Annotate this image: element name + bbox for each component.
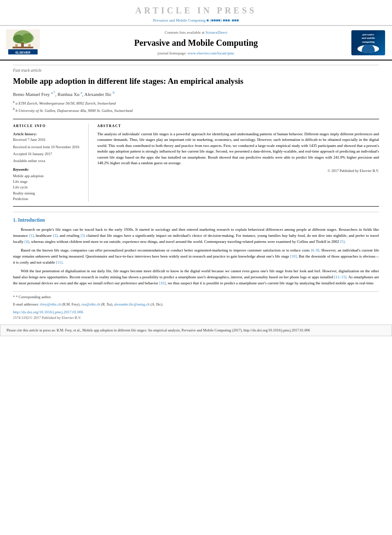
authors-line: Remo Manuel Frey a,*, Runhua Xu a, Alexa… [13,90,379,98]
svg-rect-5 [13,47,33,48]
author1-sup: a,* [51,91,55,95]
intro-paragraph-1: Research on people's life stages can be … [13,227,379,245]
email-link-1[interactable]: rfrey@ethz.ch [40,302,61,306]
article-info-column: ARTICLE INFO Article history: Received 7… [13,124,89,202]
journal-name: Pervasive and Mobile Computing [45,37,347,49]
keyword-3: Life cycle [13,185,83,190]
footnotes-section: * * Corresponding author. E-mail address… [13,291,379,306]
keyword-1: Mobile app adoption [13,173,83,178]
elsevier-logo-left: ELSEVIER [6,29,41,56]
affiliation-b: b b University of St. Gallen, Dufourstra… [13,107,379,114]
author3-sup: b [113,91,115,95]
info-abstract-section: ARTICLE INFO Article history: Received 7… [13,119,379,207]
keyword-2: Life stage [13,179,83,184]
keyword-4: Reality mining [13,191,83,196]
keywords-label: Keywords: [13,167,83,172]
affiliation-a: a a ETH Zurich, Weinbergstrasse 56/58, 8… [13,99,379,107]
journal-homepage: journal homepage: www.elsevier.com/locat… [45,51,347,56]
keyword-5: Prediction [13,196,83,201]
received-date: Received 7 June 2016 [13,137,83,142]
article-title: Mobile app adoption in different life st… [13,76,379,87]
citation-bar: Please cite this article in press as: R.… [0,325,392,336]
doi-line: http://dx.doi.org/10.1016/j.pmcj.2017.01… [13,309,379,315]
email-link-3[interactable]: alexander.ilic@unisg.ch [114,302,150,306]
abstract-heading: ABSTRACT [97,124,379,129]
aip-journal-ref: Pervasive and Mobile Computing ■ (■■■■) … [0,18,392,23]
main-content: 1. Introduction Research on people's lif… [13,212,379,286]
intro-paragraph-2: Based on the known life stage, companies… [13,248,379,266]
doi-url[interactable]: http://dx.doi.org/10.1016/j.pmcj.2017.01… [13,310,83,314]
revised-date: Received in revised form 10 November 201… [13,144,83,150]
email-link-2[interactable]: rxu@ethz.ch [81,302,100,306]
copyright-line: © 2017 Published by Elsevier B.V. [97,168,379,173]
contents-line: Contents lists available at ScienceDirec… [45,30,347,35]
pmc-logo-text: pervasiveand mobilecomputing [362,33,375,44]
sciencedirect-link[interactable]: ScienceDirect [206,30,227,35]
pmc-logo: pervasiveand mobilecomputing [351,30,386,55]
article-body: Fast track article Mobile app adoption i… [0,65,392,320]
corresponding-author-note: * * Corresponding author. [13,294,379,300]
homepage-url[interactable]: www.elsevier.com/locate/pmc [188,51,234,55]
journal-header: ELSEVIER Contents lists available at Sci… [0,26,392,61]
svg-point-6 [15,44,18,47]
email-addresses: E-mail addresses: rfrey@ethz.ch (R.M. Fr… [13,302,379,307]
available-date: Available online xxxx [13,158,83,163]
svg-text:ELSEVIER: ELSEVIER [16,51,31,54]
article-info-heading: ARTICLE INFO [13,124,83,129]
history-label: Article history: [13,131,83,137]
introduction-heading: 1. Introduction [13,217,379,224]
aip-banner: ARTICLE IN PRESS Pervasive and Mobile Co… [0,0,392,26]
abstract-column: ABSTRACT The analysis of individuals' cu… [97,124,379,202]
svg-point-7 [28,44,31,47]
intro-paragraph-3: With the fast penetration of digitalizat… [13,268,379,287]
issn-line: 1574-1192/© 2017 Published by Elsevier B… [13,315,379,320]
aip-title: ARTICLE IN PRESS [0,4,392,17]
abstract-text: The analysis of individuals' current lif… [97,131,379,166]
fast-track-label: Fast track article [13,65,379,74]
author2-sup: a [81,91,83,95]
affiliations: a a ETH Zurich, Weinbergstrasse 56/58, 8… [13,99,379,114]
svg-point-3 [22,33,34,43]
accepted-date: Accepted 16 January 2017 [13,151,83,156]
journal-center: Contents lists available at ScienceDirec… [45,30,347,56]
